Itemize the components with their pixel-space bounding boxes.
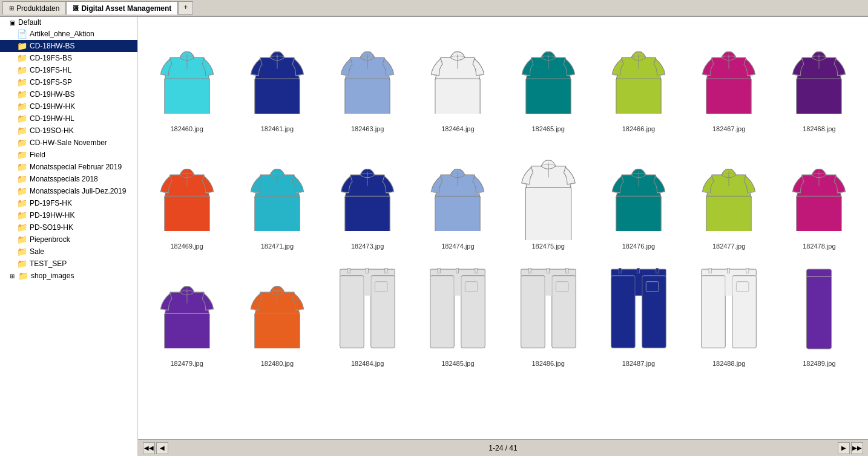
svg-rect-22 <box>435 196 480 231</box>
svg-rect-10 <box>616 79 661 114</box>
grid-item[interactable]: 182468.jpg <box>777 23 862 135</box>
item-filename: 182487.jpg <box>622 360 655 367</box>
sidebar-item-cd19hw-hl[interactable]: 📁 CD-19HW-HL <box>0 112 137 125</box>
grid-scroll[interactable]: 182460.jpg 182461.jpg <box>138 17 868 439</box>
folder-icon: 📁 <box>17 114 27 123</box>
sidebar-item-cd19fs-sp[interactable]: 📁 CD-19FS-SP <box>0 76 137 88</box>
svg-rect-32 <box>164 313 209 348</box>
sidebar-item-cd18hw-bs[interactable]: 📁 CD-18HW-BS <box>0 40 137 52</box>
sidebar-item-artikel[interactable]: 📄 Artikel_ohne_Aktion <box>0 28 137 40</box>
sidebar-item-cd19hw-bs[interactable]: 📁 CD-19HW-BS <box>0 88 137 100</box>
grid-item[interactable]: 182486.jpg <box>505 258 591 370</box>
item-image <box>599 26 678 123</box>
sidebar-item-sale[interactable]: 📁 Sale <box>0 246 137 258</box>
folder-icon: 📁 <box>17 138 27 148</box>
grid-item[interactable]: 182484.jpg <box>325 258 410 370</box>
sidebar-item-monatsspecials-2018[interactable]: 📁 Monatsspecials 2018 <box>0 173 137 185</box>
shop-images-expander[interactable]: ⊞ <box>10 273 16 279</box>
grid-item[interactable]: 182488.jpg <box>686 258 772 370</box>
grid-item[interactable]: 182480.jpg <box>234 258 320 370</box>
sidebar-label: CD-19HW-HK <box>30 102 75 111</box>
svg-rect-70 <box>732 276 757 348</box>
item-image <box>238 143 317 240</box>
sidebar-label: CD-HW-Sale November <box>30 138 107 147</box>
sidebar-label-shop-images: shop_images <box>31 272 74 280</box>
item-image <box>328 143 407 240</box>
sidebar-label: CD-19FS-HL <box>30 66 71 74</box>
sidebar-item-cd-hw-sale[interactable]: 📁 CD-HW-Sale November <box>0 137 137 149</box>
item-filename: 182473.jpg <box>351 243 384 250</box>
svg-rect-16 <box>164 196 209 231</box>
sidebar-item-field[interactable]: 📁 Field <box>0 149 137 161</box>
item-filename: 182464.jpg <box>441 125 474 132</box>
grid-item[interactable]: 182471.jpg <box>234 140 320 253</box>
grid-item[interactable]: 182463.jpg <box>325 23 410 135</box>
tab-dam[interactable]: 🖼 Digital Asset Management <box>66 1 178 15</box>
sidebar-item-pd-so19-hk[interactable]: 📁 PD-SO19-HK <box>0 221 137 233</box>
folder-icon: 📁 <box>17 198 27 208</box>
sidebar-item-pd19hw-hk[interactable]: 📁 PD-19HW-HK <box>0 209 137 221</box>
sidebar-label: CD-19SO-HK <box>30 126 74 135</box>
grid-item[interactable]: 182464.jpg <box>415 23 501 135</box>
grid-item[interactable]: 182473.jpg <box>325 140 410 253</box>
folder-icon: 📁 <box>17 65 27 75</box>
svg-rect-30 <box>797 196 841 231</box>
grid-item[interactable]: 182469.jpg <box>144 140 229 253</box>
item-image <box>418 26 497 123</box>
nav-next-button[interactable]: ▶ <box>838 442 850 454</box>
sidebar-root-label: Default <box>18 18 41 27</box>
sidebar-item-cd19so-hk[interactable]: 📁 CD-19SO-HK <box>0 125 137 137</box>
nav-prev-button[interactable]: ◀ <box>156 442 168 454</box>
sidebar-item-piepenbrock[interactable]: 📁 Piepenbrock <box>0 233 137 246</box>
sidebar-item-cd19fs-hl[interactable]: 📁 CD-19FS-HL <box>0 64 137 76</box>
grid-item[interactable]: 182485.jpg <box>415 258 501 370</box>
svg-rect-28 <box>706 196 751 231</box>
item-filename: 182476.jpg <box>622 243 655 250</box>
item-filename: 182461.jpg <box>261 125 294 132</box>
item-filename: 182469.jpg <box>170 243 203 250</box>
sidebar-item-cd19fs-bs[interactable]: 📁 CD-19FS-BS <box>0 52 137 64</box>
root-expander[interactable]: ▣ <box>10 19 16 26</box>
tab-add-button[interactable]: + <box>178 1 193 15</box>
folder-icon: 📁 <box>17 247 27 256</box>
grid-item[interactable]: 182475.jpg <box>505 140 591 253</box>
svg-rect-2 <box>255 79 300 114</box>
grid-item[interactable]: 182476.jpg <box>596 140 681 253</box>
grid-item[interactable]: 182487.jpg <box>596 258 681 370</box>
sidebar-label: CD-19HW-HL <box>30 114 74 123</box>
grid-item[interactable]: 182467.jpg <box>686 23 772 135</box>
svg-rect-18 <box>255 196 300 231</box>
svg-rect-69 <box>702 276 726 348</box>
sidebar-label: CD-19FS-BS <box>30 54 72 62</box>
svg-rect-67 <box>637 268 639 273</box>
grid-item[interactable]: 182465.jpg <box>505 23 591 135</box>
sidebar-item-pd19fs-hk[interactable]: 📁 PD-19FS-HK <box>0 197 137 209</box>
sidebar-label: Monatsspecials Juli-Dez.2019 <box>30 187 126 195</box>
sidebar-label-cd18hw-bs: CD-18HW-BS <box>30 42 74 50</box>
sidebar-item-monatsspecial-feb[interactable]: 📁 Monatsspecial Februar 2019 <box>0 161 137 173</box>
item-filename: 182479.jpg <box>170 360 203 367</box>
nav-last-button[interactable]: ▶▶ <box>851 442 863 454</box>
grid-item[interactable]: 182466.jpg <box>596 23 681 135</box>
bottom-bar: ◀◀ ◀ 1-24 / 41 ▶ ▶▶ <box>138 439 868 456</box>
tab-produktdaten[interactable]: ⊞ Produktdaten <box>2 1 66 15</box>
sidebar-root[interactable]: ▣ Default <box>0 17 137 28</box>
grid-item[interactable]: 182474.jpg <box>415 140 501 253</box>
nav-first-button[interactable]: ◀◀ <box>143 442 155 454</box>
sidebar-item-cd19hw-hk[interactable]: 📁 CD-19HW-HK <box>0 100 137 112</box>
sidebar-item-test-sep[interactable]: 📁 TEST_SEP <box>0 258 137 270</box>
grid-item[interactable]: 182460.jpg <box>144 23 229 135</box>
folder-icon: 📁 <box>17 186 27 196</box>
grid-item[interactable]: 182479.jpg <box>144 258 229 370</box>
grid-item[interactable]: 182489.jpg <box>777 258 862 370</box>
grid-item[interactable]: 182461.jpg <box>234 23 320 135</box>
pagination-nav-right: ▶ ▶▶ <box>838 442 863 454</box>
svg-rect-55 <box>545 276 552 296</box>
sidebar-item-monatsspecials-juli[interactable]: 📁 Monatsspecials Juli-Dez.2019 <box>0 185 137 197</box>
svg-rect-75 <box>728 268 730 273</box>
item-image <box>509 143 588 240</box>
grid-item[interactable]: 182477.jpg <box>686 140 772 253</box>
grid-item[interactable]: 182478.jpg <box>777 140 862 253</box>
svg-rect-12 <box>706 79 751 114</box>
sidebar-item-shop-images[interactable]: ⊞ 📁 shop_images <box>0 270 137 282</box>
